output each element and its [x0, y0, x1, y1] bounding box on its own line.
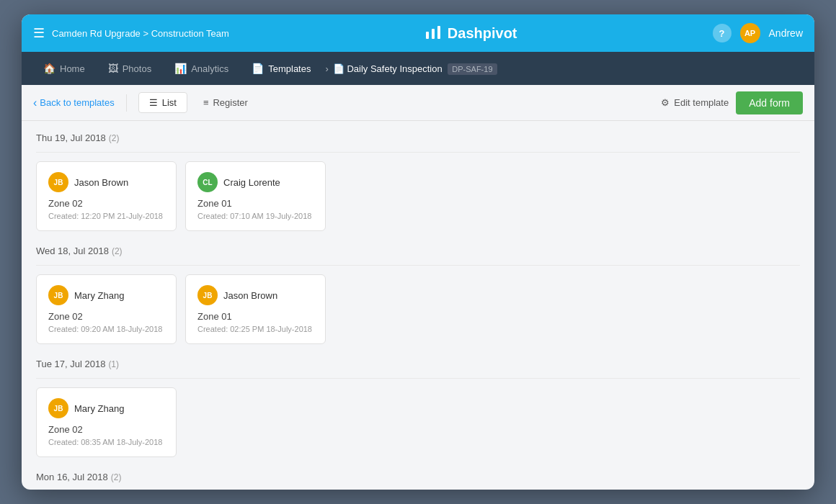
avatar: JB	[197, 285, 218, 305]
toolbar-divider	[126, 94, 127, 112]
list-view-icon: ☰	[149, 97, 158, 108]
breadcrumb-page-name: Daily Safety Inspection	[347, 63, 442, 74]
top-navbar: ☰ Camden Rd Upgrade > Construction Team …	[22, 14, 814, 52]
card-header: CL Craig Lorente	[197, 172, 314, 192]
date-header-wed18: Wed 18, Jul 2018 (2)	[36, 246, 800, 256]
toolbar-right: ⚙ Edit template Add form	[661, 91, 803, 114]
date-label-mon16: Mon 16, Jul 2018	[36, 472, 108, 482]
avatar: JB	[48, 172, 68, 192]
card-user-name: Jason Brown	[74, 177, 128, 188]
nav-home[interactable]: 🏠 Home	[33, 58, 95, 78]
home-icon: 🏠	[43, 63, 55, 74]
nav-templates-label: Templates	[268, 63, 311, 74]
separator-tue17	[36, 378, 800, 379]
date-group-mon16: Mon 16, Jul 2018 (2) JB Jason Brown JB M…	[36, 472, 800, 490]
gear-icon: ⚙	[661, 97, 670, 108]
avatar: JB	[48, 398, 68, 418]
card-date: Created: 08:35 AM 18-July-2018	[48, 438, 164, 446]
cards-row-tue17: JB Mary Zhang Zone 02 Created: 08:35 AM …	[36, 387, 800, 457]
main-window: ☰ Camden Rd Upgrade > Construction Team …	[22, 14, 814, 490]
nav-templates[interactable]: 📄 Templates	[241, 58, 321, 78]
card-header: JB Jason Brown	[48, 172, 164, 192]
edit-template-label: Edit template	[674, 97, 729, 108]
top-nav-left: ☰ Camden Rd Upgrade > Construction Team	[33, 25, 229, 41]
date-header-mon16: Mon 16, Jul 2018 (2)	[36, 472, 800, 482]
card-craig-thu19[interactable]: CL Craig Lorente Zone 01 Created: 07:10 …	[185, 161, 326, 231]
nav-photos-label: Photos	[123, 63, 151, 74]
cards-row-thu19: JB Jason Brown Zone 02 Created: 12:20 PM…	[36, 161, 800, 231]
card-user-name: Mary Zhang	[74, 290, 124, 301]
card-date: Created: 09:20 AM 18-July-2018	[48, 325, 164, 333]
register-view-button[interactable]: ≡ Register	[193, 93, 258, 112]
user-avatar-button[interactable]: AP	[740, 23, 760, 43]
card-zone: Zone 01	[197, 311, 314, 322]
date-header-tue17: Tue 17, Jul 2018 (1)	[36, 359, 800, 369]
nav-photos[interactable]: 🖼 Photos	[98, 58, 161, 78]
date-header-thu19: Thu 19, Jul 2018 (2)	[36, 132, 800, 143]
edit-template-button[interactable]: ⚙ Edit template	[661, 97, 729, 108]
avatar: JB	[48, 285, 68, 305]
breadcrumb-current: 📄 Daily Safety Inspection DP-SAF-19	[333, 63, 497, 74]
nav-analytics[interactable]: 📊 Analytics	[164, 58, 239, 78]
card-date: Created: 12:20 PM 21-July-2018	[48, 212, 164, 220]
second-navbar: 🏠 Home 🖼 Photos 📊 Analytics 📄 Templates …	[22, 52, 814, 85]
avatar: CL	[197, 172, 218, 192]
user-name-label: Andrew	[769, 27, 803, 39]
toolbar: ‹ Back to templates ☰ List ≡ Register ⚙ …	[22, 85, 814, 121]
card-date: Created: 07:10 AM 19-July-2018	[197, 212, 314, 220]
breadcrumb-icon: 📄	[333, 63, 344, 74]
card-jason-wed18[interactable]: JB Jason Brown Zone 01 Created: 02:25 PM…	[185, 274, 326, 344]
date-group-wed18: Wed 18, Jul 2018 (2) JB Mary Zhang Zone …	[36, 246, 800, 344]
card-zone: Zone 02	[48, 311, 164, 322]
cards-row-wed18: JB Mary Zhang Zone 02 Created: 09:20 AM …	[36, 274, 800, 344]
project-path: Camden Rd Upgrade > Construction Team	[52, 28, 229, 39]
logo-area: Dashpivot	[229, 24, 713, 42]
card-user-name: Craig Lorente	[223, 177, 280, 188]
separator-wed18	[36, 265, 800, 266]
card-jason-thu19[interactable]: JB Jason Brown Zone 02 Created: 12:20 PM…	[36, 161, 177, 231]
list-view-label: List	[162, 97, 177, 108]
logo-text: Dashpivot	[448, 25, 517, 42]
back-to-templates-link[interactable]: ‹ Back to templates	[33, 96, 115, 109]
list-view-button[interactable]: ☰ List	[138, 92, 187, 113]
breadcrumb-separator: ›	[324, 63, 329, 74]
date-label-thu19: Thu 19, Jul 2018	[36, 132, 106, 143]
card-date: Created: 02:25 PM 18-July-2018	[197, 325, 314, 333]
date-count-tue17: (1)	[108, 359, 119, 369]
card-zone: Zone 02	[48, 424, 164, 435]
card-user-name: Jason Brown	[223, 290, 277, 301]
date-count-mon16: (2)	[111, 472, 122, 482]
svg-rect-0	[426, 32, 429, 39]
card-user-name: Mary Zhang	[74, 403, 124, 414]
svg-rect-2	[437, 26, 440, 39]
help-button[interactable]: ?	[713, 24, 732, 42]
templates-icon: 📄	[252, 63, 264, 74]
photos-icon: 🖼	[108, 63, 118, 74]
card-mary-wed18[interactable]: JB Mary Zhang Zone 02 Created: 09:20 AM …	[36, 274, 177, 344]
back-arrow-icon: ‹	[33, 96, 37, 109]
date-count-thu19: (2)	[109, 133, 120, 143]
date-count-wed18: (2)	[112, 246, 123, 256]
card-header: JB Jason Brown	[197, 285, 314, 305]
date-group-thu19: Thu 19, Jul 2018 (2) JB Jason Brown Zone…	[36, 132, 800, 231]
separator-thu19	[36, 152, 800, 153]
add-form-button[interactable]: Add form	[736, 91, 803, 114]
register-view-label: Register	[213, 97, 247, 108]
card-header: JB Mary Zhang	[48, 285, 164, 305]
date-group-tue17: Tue 17, Jul 2018 (1) JB Mary Zhang Zone …	[36, 359, 800, 457]
card-zone: Zone 01	[197, 198, 314, 209]
nav-home-label: Home	[60, 63, 85, 74]
logo-icon	[424, 24, 442, 42]
card-zone: Zone 02	[48, 198, 164, 209]
date-label-wed18: Wed 18, Jul 2018	[36, 246, 109, 256]
card-mary-tue17[interactable]: JB Mary Zhang Zone 02 Created: 08:35 AM …	[36, 387, 177, 457]
analytics-icon: 📊	[174, 63, 187, 74]
card-header: JB Mary Zhang	[48, 398, 164, 418]
nav-analytics-label: Analytics	[191, 63, 228, 74]
hamburger-icon[interactable]: ☰	[33, 25, 45, 41]
svg-rect-1	[432, 29, 435, 39]
content-area: Thu 19, Jul 2018 (2) JB Jason Brown Zone…	[22, 121, 814, 490]
register-view-icon: ≡	[203, 97, 209, 108]
template-code-badge: DP-SAF-19	[448, 63, 497, 75]
top-nav-right: ? AP Andrew	[713, 23, 803, 43]
